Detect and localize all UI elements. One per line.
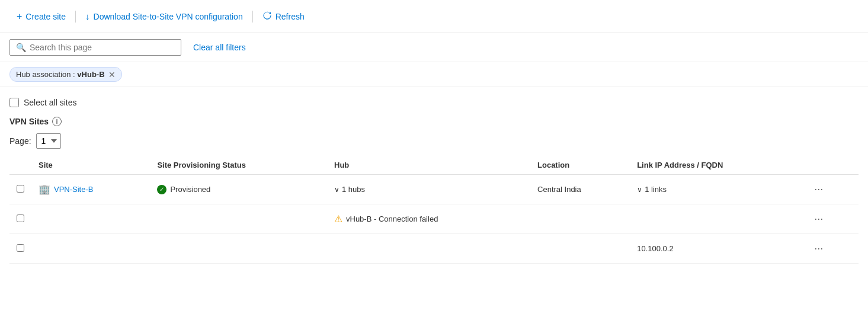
building-icon: 🏢 bbox=[39, 184, 50, 195]
th-checkbox bbox=[9, 156, 31, 175]
th-location: Location bbox=[530, 156, 630, 175]
row1-actions-cell: ··· bbox=[802, 175, 859, 204]
filter-tag-label: Hub association : vHub-B bbox=[16, 70, 105, 79]
select-all-checkbox[interactable] bbox=[9, 98, 19, 107]
row2-more-button[interactable]: ··· bbox=[809, 210, 828, 228]
create-site-button[interactable]: + Create site bbox=[9, 8, 73, 25]
row3-hub-cell bbox=[327, 234, 530, 264]
table-row: 10.100.0.2 ··· bbox=[9, 234, 859, 264]
row1-site-cell: 🏢 VPN-Site-B bbox=[31, 175, 150, 204]
th-actions bbox=[802, 156, 859, 175]
table-row: ⚠ vHub-B - Connection failed ··· bbox=[9, 204, 859, 234]
row1-status-cell: ✓ Provisioned bbox=[150, 175, 327, 204]
page-selector: Page: 1 bbox=[9, 129, 859, 156]
row3-checkbox-cell bbox=[9, 234, 31, 264]
row3-actions-cell: ··· bbox=[802, 234, 859, 264]
row3-location-cell bbox=[530, 234, 630, 264]
section-header: VPN Sites i bbox=[9, 112, 859, 129]
vpn-site-b-link[interactable]: 🏢 VPN-Site-B bbox=[39, 184, 143, 195]
row1-checkbox-cell bbox=[9, 175, 31, 204]
row2-site-cell bbox=[31, 204, 150, 234]
toolbar-separator-1 bbox=[75, 11, 76, 23]
search-box[interactable]: 🔍 bbox=[9, 39, 181, 56]
refresh-button[interactable]: Refresh bbox=[255, 7, 312, 25]
th-hub: Hub bbox=[327, 156, 530, 175]
download-icon: ↓ bbox=[85, 11, 90, 21]
vpn-sites-title: VPN Sites bbox=[9, 117, 49, 126]
search-icon: 🔍 bbox=[16, 43, 26, 52]
page-label: Page: bbox=[9, 136, 31, 146]
select-all-row: Select all sites bbox=[9, 93, 859, 112]
row2-link-ip-cell bbox=[630, 204, 802, 234]
remove-hub-filter-button[interactable]: ✕ bbox=[108, 71, 116, 79]
page-select[interactable]: 1 bbox=[36, 133, 61, 149]
filter-tags-area: Hub association : vHub-B ✕ bbox=[0, 62, 868, 87]
row2-checkbox-cell bbox=[9, 204, 31, 234]
row1-location-cell: Central India bbox=[530, 175, 630, 204]
row2-status-cell bbox=[150, 204, 327, 234]
clear-filters-button[interactable]: Clear all filters bbox=[188, 40, 251, 55]
content-area: Select all sites VPN Sites i Page: 1 Sit… bbox=[0, 87, 868, 270]
row3-link-ip-cell: 10.100.0.2 bbox=[630, 234, 802, 264]
links-expand-icon: ∨ bbox=[637, 185, 642, 194]
toolbar-separator-2 bbox=[252, 11, 253, 23]
vpn-sites-table: Site Site Provisioning Status Hub Locati… bbox=[9, 156, 859, 264]
row2-checkbox[interactable] bbox=[17, 214, 24, 222]
row1-checkbox[interactable] bbox=[17, 185, 24, 193]
select-all-label: Select all sites bbox=[24, 98, 76, 107]
row1-hub-cell: ∨ 1 hubs bbox=[327, 175, 530, 204]
hub-expand-icon: ∨ bbox=[334, 185, 339, 194]
table-row: 🏢 VPN-Site-B ✓ Provisioned ∨ 1 hubs bbox=[9, 175, 859, 204]
th-site: Site bbox=[31, 156, 150, 175]
refresh-icon bbox=[262, 11, 272, 22]
toolbar: + Create site ↓ Download Site-to-Site VP… bbox=[0, 0, 868, 33]
plus-icon: + bbox=[17, 11, 22, 22]
row2-hub-cell: ⚠ vHub-B - Connection failed bbox=[327, 204, 530, 234]
row1-link-ip-cell: ∨ 1 links bbox=[630, 175, 802, 204]
filter-bar: 🔍 Clear all filters bbox=[0, 33, 868, 62]
row3-site-cell bbox=[31, 234, 150, 264]
th-link-ip: Link IP Address / FQDN bbox=[630, 156, 802, 175]
row1-more-button[interactable]: ··· bbox=[809, 181, 828, 198]
row3-status-cell bbox=[150, 234, 327, 264]
download-vpn-button[interactable]: ↓ Download Site-to-Site VPN configuratio… bbox=[78, 8, 250, 25]
warning-icon: ⚠ bbox=[334, 213, 342, 225]
row2-location-cell bbox=[530, 204, 630, 234]
provisioned-status-icon: ✓ bbox=[157, 185, 166, 194]
th-provisioning-status: Site Provisioning Status bbox=[150, 156, 327, 175]
row3-more-button[interactable]: ··· bbox=[809, 240, 828, 257]
row2-actions-cell: ··· bbox=[802, 204, 859, 234]
search-input[interactable] bbox=[30, 43, 175, 52]
info-icon[interactable]: i bbox=[52, 117, 62, 126]
hub-association-filter-tag: Hub association : vHub-B ✕ bbox=[9, 67, 122, 82]
row3-checkbox[interactable] bbox=[17, 244, 24, 252]
table-header-row: Site Site Provisioning Status Hub Locati… bbox=[9, 156, 859, 175]
